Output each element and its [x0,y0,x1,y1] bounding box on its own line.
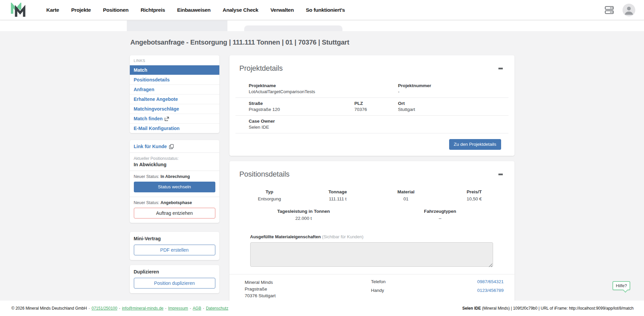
nav-item-verwalten[interactable]: Verwalten [270,7,294,13]
person-icon [623,4,635,16]
pos-field-fahrzeugtypen: Fahrzeugtypen – [372,209,508,221]
projektname-value: LotActualTargetComparisonTests [249,89,398,94]
handy-value[interactable]: 0123/456789 [477,288,504,293]
pos-field-preis: Preis/T 10,50 € [440,189,508,201]
next-status-line-2: Neuer Status: Angebotsphase [134,200,215,205]
positionsdetails-title: Positionsdetails [239,170,290,179]
divider [130,197,219,197]
nav-item-richtpreis[interactable]: Richtpreis [141,7,165,13]
next-status-prefix: Neuer Status: [134,174,161,179]
sidebar-item-erhaltene-angebote[interactable]: Erhaltene Angebote [130,94,219,104]
sidebar-item-matchingvorschlaege[interactable]: Matchingvorschläge [130,104,219,114]
separator: · [119,306,120,311]
contact-street: Pragstraße [245,286,371,293]
materialeigenschaften-textarea[interactable] [250,242,493,267]
material-value: 01 [372,196,440,201]
materialeigenschaften-hint: (Sichtbar für Kunden) [322,234,364,239]
footer-link-impressum[interactable]: Impressum [168,306,188,311]
skeleton-box-left [127,20,227,31]
projektnummer-label: Projektnummer [398,83,508,88]
nav-item-einbauweisen[interactable]: Einbauweisen [177,7,211,13]
sidebar-item-positionsdetails[interactable]: Positionsdetails [130,75,219,84]
ort-label: Ort [398,101,508,106]
page-title: Angebotsanfrage - Entsorgung | 111.111 T… [130,39,515,46]
mini-vertrag-title: Mini-Vertrag [134,236,215,241]
server-icon[interactable] [605,6,614,14]
customer-link-label: Link für Kunde [134,144,167,149]
next-status-value: In Abrechnung [160,174,190,179]
footer-session-info: Selen IDE (Mineral Minds) | 109f1f0c79b0… [462,306,634,311]
footer-link-agb[interactable]: AGB [193,306,201,311]
case-owner-label: Case Owner [249,119,398,124]
status-wechseln-button[interactable]: Status wechseln [134,182,215,192]
pdf-erstellen-button[interactable]: PDF erstellen [134,245,215,255]
typ-label: Typ [235,189,304,194]
tagesleistung-label: Tagesleistung in Tonnen [235,209,372,214]
preis-label: Preis/T [440,189,508,194]
sidebar-item-anfragen[interactable]: Anfragen [130,84,219,94]
positionsdetails-card: Positionsdetails Typ Entsorgung Tonnage … [229,161,515,301]
pos-field-material: Material 01 [372,189,440,201]
divider [130,152,219,153]
mineral-minds-logo[interactable] [9,3,28,17]
zu-den-projektdetails-button[interactable]: Zu den Projektdetails [449,139,501,150]
phone-row-handy: Handy 0123/456789 [371,288,503,293]
substrip [0,20,644,31]
content-area: Angebotsanfrage - Entsorgung | 111.111 T… [0,31,644,301]
nav-item-so-funktionierts[interactable]: So funktioniert's [306,7,345,13]
pos-field-typ: Typ Entsorgung [235,189,304,201]
sidebar-item-email-konfiguration[interactable]: E-Mail Konfiguration [130,123,219,133]
footer-left: © 2026 Mineral Minds Deutschland GmbH · … [11,306,228,311]
customer-link[interactable]: Link für Kunde [134,144,215,152]
materialeigenschaften-label-bold: Ausgefüllte Materialeigenschaften [250,234,321,239]
position-duplizieren-button[interactable]: Position duplizieren [134,278,215,289]
footer: © 2026 Mineral Minds Deutschland GmbH · … [0,301,644,316]
footer-link-datenschutz[interactable]: Datenschutz [206,306,228,311]
nav-item-karte[interactable]: Karte [46,7,59,13]
contact-city: 70376 Stuttgart [245,293,371,299]
plz-value: 70376 [355,107,398,112]
collapse-button[interactable] [497,171,504,177]
strasse-label: Straße [249,101,355,106]
nav-item-analyse-check[interactable]: Analyse Check [223,7,258,13]
current-status-label: Aktueller Positionsstatus: [134,156,215,161]
handy-label: Handy [371,288,384,293]
nav-item-positionen[interactable]: Positionen [103,7,128,13]
telefon-value[interactable]: 0987/654321 [477,279,504,284]
sidebar-item-match-finden[interactable]: Match finden [130,114,219,123]
tagesleistung-value: 22.000 t [235,216,372,221]
ort-value: Stuttgart [398,107,508,112]
sidebar-item-match[interactable]: Match [130,65,219,75]
materialeigenschaften-label: Ausgefüllte Materialeigenschaften (Sicht… [250,234,493,239]
nav-right-actions [605,4,635,16]
user-avatar[interactable] [623,4,635,16]
skeleton-box-right [244,25,342,31]
collapse-button[interactable] [497,65,504,71]
auftrag-entziehen-button[interactable]: Auftrag entziehen [134,208,215,218]
sidebar: LINKS Match Positionsdetails Anfragen Er… [130,55,219,301]
links-header: LINKS [130,55,219,65]
pos-field-tagesleistung: Tagesleistung in Tonnen 22.000 t [235,209,372,221]
strasse-value: Pragstraße 120 [249,107,355,112]
projekt-row-1: Projektname LotActualTargetComparisonTes… [235,80,508,98]
logo-icon [9,3,28,17]
tonnage-value: 111.111 t [304,196,372,201]
footer-link-phone[interactable]: 07151/250100 [92,306,117,311]
status-card: Link für Kunde Aktueller Positionsstatus… [130,140,219,223]
help-button[interactable]: Hilfe? [612,281,630,290]
typ-value: Entsorgung [235,196,304,201]
footer-link-email[interactable]: info@mineral-minds.de [122,306,164,311]
main-column: Projektdetails Projektname LotActualTarg… [229,55,515,301]
next-status-value: Angebotsphase [160,200,192,205]
phone-row-telefon: Telefon 0987/654321 [371,279,503,284]
separator: · [165,306,166,311]
tonnage-label: Tonnage [304,189,372,194]
material-label: Material [372,189,440,194]
session-user: Selen IDE [462,306,481,311]
divider [130,171,219,171]
separator: · [190,306,191,311]
nav-item-projekte[interactable]: Projekte [71,7,91,13]
fahrzeugtypen-label: Fahrzeugtypen [372,209,508,214]
projekt-row-3: Case Owner Selen IDE [235,116,508,133]
preis-value: 10,50 € [440,196,508,201]
